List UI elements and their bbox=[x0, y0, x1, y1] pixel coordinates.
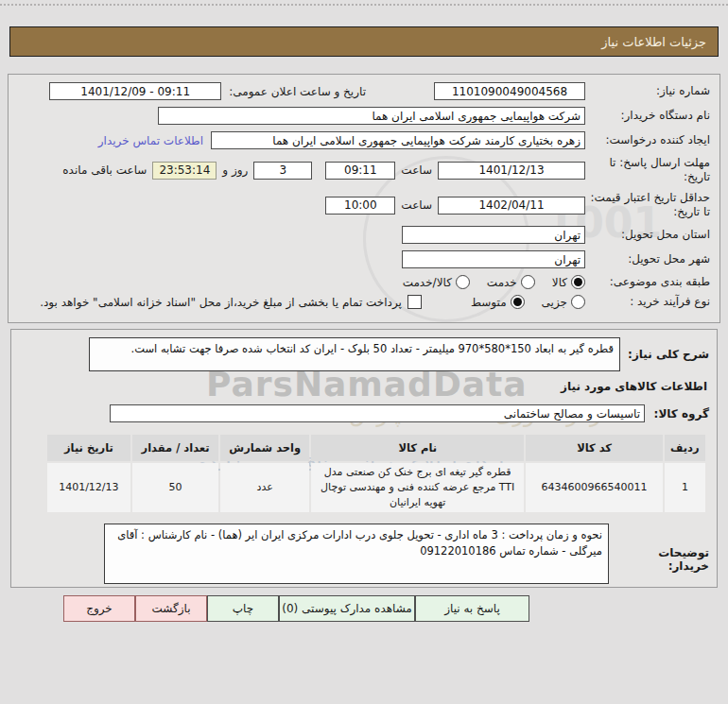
col-need-date: تاریخ نیاز bbox=[47, 435, 130, 461]
view-attachments-button[interactable]: مشاهده مدارک پیوستی (0) bbox=[279, 595, 415, 622]
goods-table-header-row: ردیف کد کالا نام کالا واحد شمارش تعداد /… bbox=[47, 435, 705, 461]
price-validity-label: حداقل تاریخ اعتبار قیمت: تا تاریخ: bbox=[585, 191, 710, 219]
col-quantity: تعداد / مقدار bbox=[132, 435, 219, 461]
col-unit: واحد شمارش bbox=[220, 435, 309, 461]
reply-to-need-button[interactable]: پاسخ به نیاز bbox=[415, 595, 529, 622]
price-validity-hour-label: ساعت bbox=[401, 198, 432, 212]
print-button[interactable]: چاپ bbox=[207, 595, 279, 622]
countdown-box: 23:53:14 bbox=[152, 162, 217, 180]
buyer-org-row: نام دستگاه خریدار: bbox=[18, 107, 710, 125]
cell-need-date: 1401/12/13 bbox=[47, 463, 130, 512]
announce-datetime-label: تاریخ و ساعت اعلان عمومی: bbox=[229, 85, 366, 98]
exit-button[interactable]: خروج bbox=[63, 595, 135, 622]
cell-unit: عدد bbox=[220, 463, 309, 512]
reply-deadline-hour-label: ساعت bbox=[401, 163, 432, 177]
treasury-checkbox-label: پرداخت تمام یا بخشی از مبلغ خرید،از محل … bbox=[40, 296, 402, 309]
buyer-org-label: نام دستگاه خریدار: bbox=[585, 109, 710, 123]
goods-service-radio-label: کالا/خدمت bbox=[403, 276, 452, 289]
request-creator-row: ایجاد کننده درخواست: اطلاعات تماس خریدار bbox=[18, 131, 710, 149]
province-row: استان محل تحویل: bbox=[18, 226, 710, 244]
request-creator-label: ایجاد کننده درخواست: bbox=[585, 133, 710, 147]
goods-table-row: 1 6434600966540011 قطره گیر تیغه ای برج … bbox=[47, 463, 705, 512]
remaining-text: ساعت باقی مانده bbox=[62, 163, 147, 177]
need-number-input[interactable] bbox=[434, 82, 585, 100]
treasury-option: پرداخت تمام یا بخشی از مبلغ خرید،از محل … bbox=[40, 295, 422, 309]
days-remaining-input[interactable] bbox=[253, 162, 312, 180]
need-number-label: شماره نیاز: bbox=[585, 84, 710, 98]
city-row: شهر محل تحویل: bbox=[18, 250, 710, 268]
goods-radio[interactable] bbox=[571, 275, 585, 289]
goods-group-row: گروه کالا: bbox=[19, 404, 709, 422]
reply-deadline-label: مهلت ارسال پاسخ: تا تاریخ: bbox=[585, 156, 710, 184]
general-desc-row: شرح کلی نیاز: قطره گیر به ابعاد ⁦970*580… bbox=[19, 337, 709, 371]
need-details-panel: شماره نیاز: تاریخ و ساعت اعلان عمومی: نا… bbox=[8, 74, 720, 323]
announce-datetime-input[interactable] bbox=[49, 82, 221, 100]
cell-row-number: 1 bbox=[665, 463, 705, 512]
action-button-bar: پاسخ به نیاز مشاهده مدارک پیوستی (0) چاپ… bbox=[125, 595, 529, 622]
partial-radio-label: جزیی bbox=[542, 296, 567, 309]
classification-option-service: خدمت bbox=[487, 275, 535, 289]
goods-group-label: گروه کالا: bbox=[645, 407, 709, 421]
goods-radio-label: کالا bbox=[552, 276, 567, 289]
process-option-medium: متوسط bbox=[471, 295, 525, 309]
classification-option-goods-service: کالا/خدمت bbox=[403, 275, 470, 289]
buyer-org-input[interactable] bbox=[158, 107, 585, 125]
buyer-notes-label: توضیحات خریدار: bbox=[609, 524, 709, 573]
classification-row: طبقه بندی موضوعی: کالا خدمت کالا/خدمت bbox=[18, 275, 710, 289]
general-desc-textarea[interactable]: قطره گیر به ابعاد ⁦970*580*150⁩ میلیمتر … bbox=[89, 337, 620, 371]
reply-deadline-time-input[interactable] bbox=[325, 162, 395, 180]
reply-deadline-date-input[interactable] bbox=[438, 162, 585, 180]
col-row-number: ردیف bbox=[665, 435, 705, 461]
back-button[interactable]: بازگشت bbox=[135, 595, 207, 622]
top-dotted-divider bbox=[0, 4, 728, 6]
buyer-notes-textarea[interactable]: نحوه و زمان پرداخت : 3 ماه اداری - تحویل… bbox=[104, 524, 609, 584]
city-input[interactable] bbox=[402, 250, 585, 268]
service-radio[interactable] bbox=[521, 275, 535, 289]
page-title: جزئیات اطلاعات نیاز bbox=[601, 35, 706, 49]
need-number-row: شماره نیاز: تاریخ و ساعت اعلان عمومی: bbox=[18, 82, 710, 100]
title-bar: جزئیات اطلاعات نیاز bbox=[9, 26, 719, 57]
days-text: روز و bbox=[222, 163, 248, 177]
price-validity-row: حداقل تاریخ اعتبار قیمت: تا تاریخ: ساعت bbox=[18, 191, 710, 219]
col-goods-code: کد کالا bbox=[526, 435, 662, 461]
general-desc-label: شرح کلی نیاز: bbox=[620, 348, 709, 361]
buyer-notes-row: توضیحات خریدار: نحوه و زمان پرداخت : 3 م… bbox=[19, 524, 709, 584]
col-goods-name: نام کالا bbox=[311, 435, 524, 461]
cell-goods-name: قطره گیر تیغه ای برج خنک کن صنعتی مدل TT… bbox=[311, 463, 524, 512]
goods-table: ردیف کد کالا نام کالا واحد شمارش تعداد /… bbox=[45, 433, 707, 514]
goods-service-radio[interactable] bbox=[456, 275, 470, 289]
buyer-contact-link[interactable]: اطلاعات تماس خریدار bbox=[98, 134, 203, 147]
province-input[interactable] bbox=[402, 226, 585, 244]
request-creator-input[interactable] bbox=[211, 131, 585, 149]
price-validity-date-input[interactable] bbox=[438, 197, 585, 215]
city-label: شهر محل تحویل: bbox=[585, 252, 710, 266]
medium-radio[interactable] bbox=[511, 295, 525, 309]
goods-info-header: اطلاعات کالاهای مورد نیاز bbox=[21, 380, 707, 393]
goods-group-input[interactable] bbox=[110, 404, 645, 422]
reply-deadline-row: مهلت ارسال پاسخ: تا تاریخ: ساعت روز و 23… bbox=[18, 156, 710, 184]
price-validity-time-input[interactable] bbox=[325, 197, 395, 215]
cell-quantity: 50 bbox=[132, 463, 219, 512]
service-radio-label: خدمت bbox=[487, 276, 517, 289]
cell-goods-code: 6434600966540011 bbox=[526, 463, 662, 512]
partial-radio[interactable] bbox=[571, 295, 585, 309]
province-label: استان محل تحویل: bbox=[585, 228, 710, 242]
process-type-row: نوع فرآیند خرید : جزیی متوسط پرداخت تمام… bbox=[18, 295, 710, 309]
classification-label: طبقه بندی موضوعی: bbox=[585, 275, 710, 289]
treasury-checkbox[interactable] bbox=[407, 295, 422, 309]
process-option-partial: جزیی bbox=[542, 295, 585, 309]
medium-radio-label: متوسط bbox=[471, 296, 507, 309]
process-type-label: نوع فرآیند خرید : bbox=[585, 295, 710, 309]
classification-option-goods: کالا bbox=[552, 275, 585, 289]
goods-details-panel: شرح کلی نیاز: قطره گیر به ابعاد ⁦970*580… bbox=[10, 329, 718, 588]
page: { "colors":{ "titlebar":"#927344", "link… bbox=[0, 0, 728, 704]
